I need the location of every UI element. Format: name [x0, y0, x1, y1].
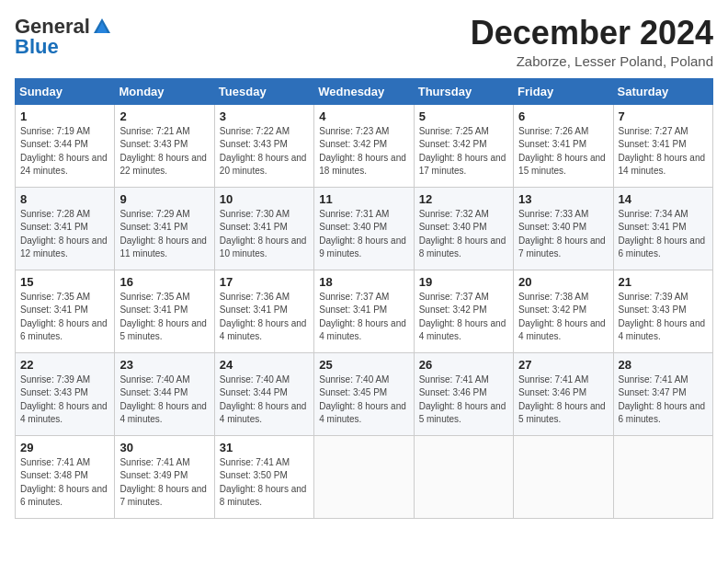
calendar-cell: 11Sunrise: 7:31 AMSunset: 3:40 PMDayligh… — [314, 187, 414, 270]
calendar-week-1: 1Sunrise: 7:19 AMSunset: 3:44 PMDaylight… — [16, 104, 713, 187]
logo: General Blue — [15, 15, 112, 59]
calendar-cell — [314, 435, 414, 518]
calendar-cell — [514, 435, 613, 518]
day-info: Sunrise: 7:36 AMSunset: 3:41 PMDaylight:… — [220, 291, 309, 344]
day-info: Sunrise: 7:28 AMSunset: 3:41 PMDaylight:… — [20, 208, 109, 261]
title-block: December 2024 Zaborze, Lesser Poland, Po… — [471, 15, 713, 69]
calendar-cell — [414, 435, 513, 518]
day-number: 27 — [518, 358, 608, 372]
day-number: 23 — [119, 358, 209, 372]
day-info: Sunrise: 7:41 AMSunset: 3:50 PMDaylight:… — [220, 456, 309, 510]
day-number: 3 — [220, 109, 309, 123]
calendar-body: 1Sunrise: 7:19 AMSunset: 3:44 PMDaylight… — [16, 104, 713, 518]
calendar-week-2: 8Sunrise: 7:28 AMSunset: 3:41 PMDaylight… — [16, 187, 713, 270]
day-info: Sunrise: 7:31 AMSunset: 3:40 PMDaylight:… — [319, 208, 408, 261]
day-number: 5 — [419, 109, 508, 123]
column-header-wednesday: Wednesday — [314, 78, 414, 104]
day-number: 4 — [319, 109, 408, 123]
day-info: Sunrise: 7:32 AMSunset: 3:40 PMDaylight:… — [419, 208, 508, 261]
calendar-table: SundayMondayTuesdayWednesdayThursdayFrid… — [15, 78, 713, 519]
calendar-cell: 31Sunrise: 7:41 AMSunset: 3:50 PMDayligh… — [214, 435, 313, 518]
calendar-cell: 2Sunrise: 7:21 AMSunset: 3:43 PMDaylight… — [115, 104, 214, 187]
day-info: Sunrise: 7:19 AMSunset: 3:44 PMDaylight:… — [20, 125, 109, 178]
day-info: Sunrise: 7:26 AMSunset: 3:41 PMDaylight:… — [518, 125, 608, 178]
day-number: 11 — [319, 192, 408, 206]
day-number: 17 — [220, 275, 309, 289]
calendar-cell: 7Sunrise: 7:27 AMSunset: 3:41 PMDaylight… — [613, 104, 712, 187]
logo-icon — [92, 17, 112, 37]
calendar-cell: 10Sunrise: 7:30 AMSunset: 3:41 PMDayligh… — [214, 187, 313, 270]
day-number: 31 — [220, 441, 309, 454]
day-info: Sunrise: 7:40 AMSunset: 3:44 PMDaylight:… — [119, 373, 209, 427]
calendar-week-4: 22Sunrise: 7:39 AMSunset: 3:43 PMDayligh… — [16, 352, 713, 435]
day-number: 2 — [119, 109, 209, 123]
day-number: 9 — [119, 192, 209, 206]
logo-blue: Blue — [15, 35, 59, 59]
calendar-cell: 14Sunrise: 7:34 AMSunset: 3:41 PMDayligh… — [613, 187, 712, 270]
day-number: 30 — [119, 441, 209, 454]
calendar-week-3: 15Sunrise: 7:35 AMSunset: 3:41 PMDayligh… — [16, 270, 713, 352]
calendar-cell: 27Sunrise: 7:41 AMSunset: 3:46 PMDayligh… — [514, 352, 613, 435]
day-info: Sunrise: 7:23 AMSunset: 3:42 PMDaylight:… — [319, 125, 408, 178]
day-info: Sunrise: 7:30 AMSunset: 3:41 PMDaylight:… — [220, 208, 309, 261]
day-number: 10 — [220, 192, 309, 206]
day-number: 28 — [619, 358, 708, 372]
calendar-cell: 26Sunrise: 7:41 AMSunset: 3:46 PMDayligh… — [414, 352, 513, 435]
day-number: 19 — [419, 275, 508, 289]
day-number: 20 — [518, 275, 608, 289]
day-number: 16 — [119, 275, 209, 289]
calendar-cell: 21Sunrise: 7:39 AMSunset: 3:43 PMDayligh… — [613, 270, 712, 352]
day-number: 12 — [419, 192, 508, 206]
calendar-cell: 9Sunrise: 7:29 AMSunset: 3:41 PMDaylight… — [115, 187, 214, 270]
calendar-cell: 15Sunrise: 7:35 AMSunset: 3:41 PMDayligh… — [16, 270, 115, 352]
day-number: 7 — [619, 109, 708, 123]
day-info: Sunrise: 7:41 AMSunset: 3:47 PMDaylight:… — [619, 373, 708, 427]
day-info: Sunrise: 7:35 AMSunset: 3:41 PMDaylight:… — [20, 291, 109, 344]
day-number: 14 — [619, 192, 708, 206]
calendar-cell: 13Sunrise: 7:33 AMSunset: 3:40 PMDayligh… — [514, 187, 613, 270]
calendar-cell: 4Sunrise: 7:23 AMSunset: 3:42 PMDaylight… — [314, 104, 414, 187]
location: Zaborze, Lesser Poland, Poland — [471, 53, 713, 69]
calendar-week-5: 29Sunrise: 7:41 AMSunset: 3:48 PMDayligh… — [16, 435, 713, 518]
calendar-cell: 6Sunrise: 7:26 AMSunset: 3:41 PMDaylight… — [514, 104, 613, 187]
day-number: 18 — [319, 275, 408, 289]
month-title: December 2024 — [471, 15, 713, 52]
day-info: Sunrise: 7:35 AMSunset: 3:41 PMDaylight:… — [119, 291, 209, 344]
calendar-cell: 12Sunrise: 7:32 AMSunset: 3:40 PMDayligh… — [414, 187, 513, 270]
calendar-cell: 23Sunrise: 7:40 AMSunset: 3:44 PMDayligh… — [115, 352, 214, 435]
calendar-cell: 8Sunrise: 7:28 AMSunset: 3:41 PMDaylight… — [16, 187, 115, 270]
day-number: 26 — [419, 358, 508, 372]
day-info: Sunrise: 7:37 AMSunset: 3:42 PMDaylight:… — [419, 291, 508, 344]
column-header-monday: Monday — [115, 78, 214, 104]
calendar-cell: 25Sunrise: 7:40 AMSunset: 3:45 PMDayligh… — [314, 352, 414, 435]
day-info: Sunrise: 7:37 AMSunset: 3:41 PMDaylight:… — [319, 291, 408, 344]
calendar-cell: 17Sunrise: 7:36 AMSunset: 3:41 PMDayligh… — [214, 270, 313, 352]
calendar-cell: 19Sunrise: 7:37 AMSunset: 3:42 PMDayligh… — [414, 270, 513, 352]
day-number: 24 — [220, 358, 309, 372]
day-info: Sunrise: 7:22 AMSunset: 3:43 PMDaylight:… — [220, 125, 309, 178]
calendar-cell: 1Sunrise: 7:19 AMSunset: 3:44 PMDaylight… — [16, 104, 115, 187]
day-info: Sunrise: 7:29 AMSunset: 3:41 PMDaylight:… — [119, 208, 209, 261]
day-info: Sunrise: 7:41 AMSunset: 3:49 PMDaylight:… — [119, 456, 209, 510]
calendar-cell: 24Sunrise: 7:40 AMSunset: 3:44 PMDayligh… — [214, 352, 313, 435]
column-header-tuesday: Tuesday — [214, 78, 313, 104]
column-header-thursday: Thursday — [414, 78, 513, 104]
day-info: Sunrise: 7:40 AMSunset: 3:44 PMDaylight:… — [220, 373, 309, 427]
day-number: 21 — [619, 275, 708, 289]
calendar-cell: 3Sunrise: 7:22 AMSunset: 3:43 PMDaylight… — [214, 104, 313, 187]
day-number: 1 — [20, 109, 109, 123]
day-info: Sunrise: 7:27 AMSunset: 3:41 PMDaylight:… — [619, 125, 708, 178]
day-number: 15 — [20, 275, 109, 289]
day-info: Sunrise: 7:33 AMSunset: 3:40 PMDaylight:… — [518, 208, 608, 261]
calendar-cell: 16Sunrise: 7:35 AMSunset: 3:41 PMDayligh… — [115, 270, 214, 352]
column-header-saturday: Saturday — [613, 78, 712, 104]
day-info: Sunrise: 7:21 AMSunset: 3:43 PMDaylight:… — [119, 125, 209, 178]
column-header-friday: Friday — [514, 78, 613, 104]
day-info: Sunrise: 7:38 AMSunset: 3:42 PMDaylight:… — [518, 291, 608, 344]
day-info: Sunrise: 7:40 AMSunset: 3:45 PMDaylight:… — [319, 373, 408, 427]
day-info: Sunrise: 7:41 AMSunset: 3:48 PMDaylight:… — [20, 456, 109, 510]
page-header: General Blue December 2024 Zaborze, Less… — [15, 15, 713, 69]
calendar-cell: 28Sunrise: 7:41 AMSunset: 3:47 PMDayligh… — [613, 352, 712, 435]
column-header-sunday: Sunday — [16, 78, 115, 104]
calendar-cell: 5Sunrise: 7:25 AMSunset: 3:42 PMDaylight… — [414, 104, 513, 187]
